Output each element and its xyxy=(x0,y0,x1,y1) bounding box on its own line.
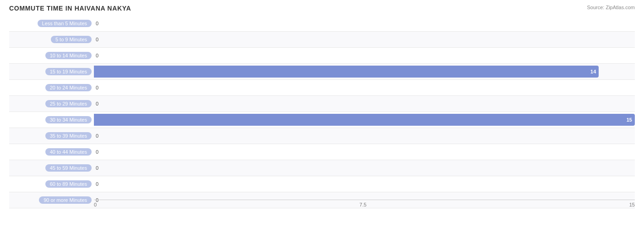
bar-label-pill: 45 to 59 Minutes xyxy=(45,164,92,172)
bar-track: 0 xyxy=(94,144,635,160)
bar-fill: 14 xyxy=(94,66,599,78)
bar-label: 20 to 24 Minutes xyxy=(9,84,94,91)
bar-label-pill: 35 to 39 Minutes xyxy=(45,132,92,140)
source-text: Source: ZipAtlas.com xyxy=(587,5,635,10)
x-axis-label: 7.5 xyxy=(360,202,366,207)
bar-value: 0 xyxy=(96,149,98,155)
bar-track: 14 xyxy=(94,64,635,79)
bar-label: 25 to 29 Minutes xyxy=(9,100,94,107)
bar-track: 0 xyxy=(94,16,635,31)
bar-label: 15 to 19 Minutes xyxy=(9,68,94,75)
bar-label-pill: 20 to 24 Minutes xyxy=(45,84,92,91)
x-axis: 07.515 xyxy=(94,201,635,207)
table-row: Less than 5 Minutes0 xyxy=(9,16,635,32)
table-row: 20 to 24 Minutes0 xyxy=(9,80,635,96)
bar-value: 0 xyxy=(96,101,98,106)
chart-container: COMMUTE TIME IN HAIVANA NAKYA Source: Zi… xyxy=(0,0,644,240)
table-row: 15 to 19 Minutes14 xyxy=(9,64,635,80)
bar-value: 0 xyxy=(96,53,98,58)
bar-label-pill: 5 to 9 Minutes xyxy=(51,36,92,43)
bar-track: 15 xyxy=(94,112,635,128)
bar-value: 0 xyxy=(96,181,98,187)
x-axis-label: 15 xyxy=(629,202,635,207)
table-row: 25 to 29 Minutes0 xyxy=(9,96,635,112)
table-row: 60 to 89 Minutes0 xyxy=(9,176,635,192)
bar-label: 30 to 34 Minutes xyxy=(9,116,94,123)
bar-track: 0 xyxy=(94,80,635,95)
bar-label: 90 or more Minutes xyxy=(9,196,94,204)
bar-value: 14 xyxy=(590,69,599,74)
bar-track: 0 xyxy=(94,160,635,176)
bar-label-pill: 15 to 19 Minutes xyxy=(45,68,92,75)
x-axis-label: 0 xyxy=(94,202,97,207)
bar-label-pill: Less than 5 Minutes xyxy=(38,20,92,27)
bar-label: 45 to 59 Minutes xyxy=(9,164,94,172)
bar-label-pill: 10 to 14 Minutes xyxy=(45,52,92,59)
bar-track: 0 xyxy=(94,32,635,47)
bar-track: 0 xyxy=(94,128,635,144)
bar-value: 0 xyxy=(96,21,98,26)
table-row: 10 to 14 Minutes0 xyxy=(9,48,635,64)
x-axis-line xyxy=(94,200,635,200)
bar-label: 40 to 44 Minutes xyxy=(9,148,94,156)
table-row: 35 to 39 Minutes0 xyxy=(9,128,635,144)
table-row: 40 to 44 Minutes0 xyxy=(9,144,635,160)
chart-area: Less than 5 Minutes05 to 9 Minutes010 to… xyxy=(9,16,635,207)
table-row: 5 to 9 Minutes0 xyxy=(9,32,635,48)
bar-track: 0 xyxy=(94,48,635,63)
bar-track: 0 xyxy=(94,96,635,112)
bar-label: 35 to 39 Minutes xyxy=(9,132,94,140)
bar-label-pill: 60 to 89 Minutes xyxy=(45,180,92,188)
bar-value: 0 xyxy=(96,165,98,171)
bar-value: 0 xyxy=(96,85,98,90)
bar-label-pill: 40 to 44 Minutes xyxy=(45,148,92,156)
table-row: 45 to 59 Minutes0 xyxy=(9,160,635,176)
bar-value: 0 xyxy=(96,37,98,42)
bar-label-pill: 90 or more Minutes xyxy=(39,196,92,204)
bar-fill: 15 xyxy=(94,114,635,126)
chart-title: COMMUTE TIME IN HAIVANA NAKYA xyxy=(9,5,635,12)
bar-label: Less than 5 Minutes xyxy=(9,20,94,27)
bar-label: 5 to 9 Minutes xyxy=(9,36,94,43)
bar-label: 60 to 89 Minutes xyxy=(9,180,94,188)
table-row: 30 to 34 Minutes15 xyxy=(9,112,635,128)
bar-label: 10 to 14 Minutes xyxy=(9,52,94,59)
bar-value: 0 xyxy=(96,133,98,139)
bar-value: 15 xyxy=(627,117,635,123)
bar-label-pill: 25 to 29 Minutes xyxy=(45,100,92,107)
bar-track: 0 xyxy=(94,176,635,192)
bar-label-pill: 30 to 34 Minutes xyxy=(45,116,92,123)
